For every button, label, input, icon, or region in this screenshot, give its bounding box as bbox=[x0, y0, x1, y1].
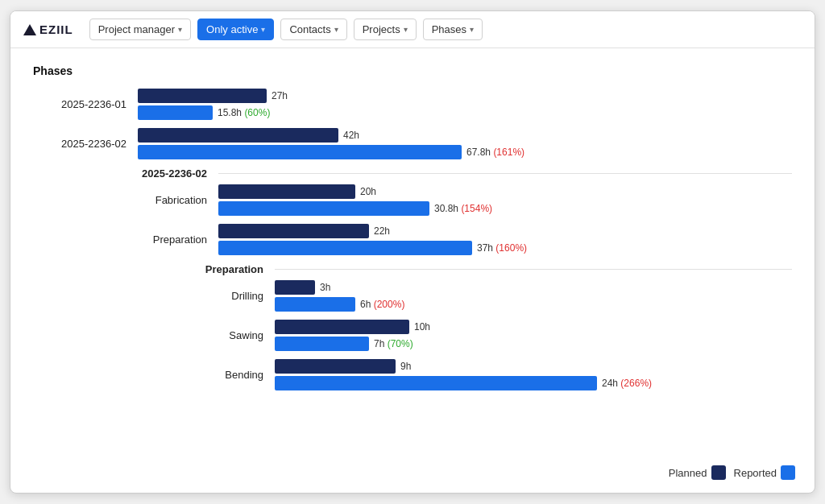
chevron-down-icon: ▾ bbox=[178, 25, 182, 34]
row-label: 2025-2236-01 bbox=[33, 98, 138, 110]
logo: EZIIL bbox=[23, 23, 73, 36]
reported-label: 24h (266%) bbox=[602, 378, 652, 389]
table-row: Sawing 10h 7h (70%) bbox=[33, 320, 792, 351]
bar-line-planned: 27h bbox=[138, 89, 792, 103]
group-header: Preparation bbox=[33, 263, 792, 275]
planned-label: 27h bbox=[272, 90, 288, 101]
planned-label: 42h bbox=[343, 130, 359, 141]
group-label: 2025-2236-02 bbox=[33, 167, 218, 180]
planned-label: 20h bbox=[360, 186, 376, 197]
table-row: Fabrication 20h 30.8h (154%) bbox=[33, 184, 792, 216]
chevron-down-icon: ▾ bbox=[404, 25, 408, 34]
planned-label: 3h bbox=[320, 282, 330, 293]
bar-line-reported: 30.8h (154%) bbox=[218, 201, 792, 216]
planned-bar bbox=[218, 184, 355, 199]
bar-line-reported: 6h (200%) bbox=[275, 297, 792, 312]
group-header: 2025-2236-02 bbox=[33, 167, 792, 180]
planned-bar bbox=[275, 320, 409, 334]
table-row: 2025-2236-02 42h 67.8h (161%) bbox=[33, 128, 792, 159]
planned-legend-box bbox=[711, 465, 726, 480]
table-row: Bending 9h 24h (266%) bbox=[33, 359, 792, 390]
planned-label: 9h bbox=[400, 361, 411, 372]
reported-label: 37h (160%) bbox=[477, 242, 527, 254]
chart-area: 2025-2236-01 27h 15.8h (60%) 2025-2236-0… bbox=[33, 89, 792, 399]
logo-icon bbox=[23, 24, 36, 35]
logo-text: EZIIL bbox=[39, 23, 73, 36]
bars-container: 9h 24h (266%) bbox=[275, 359, 792, 390]
bar-line-planned: 22h bbox=[218, 224, 792, 238]
nav-only-active[interactable]: Only active ▾ bbox=[197, 19, 274, 40]
bars-container: 22h 37h (160%) bbox=[218, 224, 792, 255]
chevron-down-icon: ▾ bbox=[261, 25, 265, 34]
content-area: Phases 2025-2236-01 27h 15.8h (60%) bbox=[10, 48, 815, 493]
reported-bar bbox=[275, 297, 355, 312]
chevron-down-icon: ▾ bbox=[334, 25, 338, 34]
row-label: Bending bbox=[33, 369, 275, 381]
row-label: Fabrication bbox=[33, 194, 218, 206]
planned-bar bbox=[275, 280, 315, 295]
table-row: Preparation 22h 37h (160%) bbox=[33, 224, 792, 255]
planned-legend-label: Planned bbox=[669, 467, 707, 479]
reported-bar bbox=[275, 337, 369, 351]
bar-line-reported: 15.8h (60%) bbox=[138, 105, 792, 120]
planned-bar bbox=[138, 89, 267, 103]
bar-line-reported: 7h (70%) bbox=[275, 337, 792, 351]
row-label: Sawing bbox=[33, 329, 275, 341]
row-label: 2025-2236-02 bbox=[33, 138, 138, 150]
bar-line-planned: 42h bbox=[138, 128, 792, 143]
nav-project-manager[interactable]: Project manager ▾ bbox=[89, 19, 191, 40]
planned-label: 22h bbox=[374, 225, 390, 237]
navbar: EZIIL Project manager ▾ Only active ▾ Co… bbox=[10, 11, 815, 48]
reported-bar bbox=[138, 105, 213, 120]
bars-container: 27h 15.8h (60%) bbox=[138, 89, 792, 120]
chevron-down-icon: ▾ bbox=[470, 25, 474, 34]
reported-label: 67.8h (161%) bbox=[466, 147, 524, 158]
legend-reported: Reported bbox=[734, 465, 795, 480]
bars-container: 10h 7h (70%) bbox=[275, 320, 792, 351]
legend-planned: Planned bbox=[669, 465, 726, 480]
planned-bar bbox=[138, 128, 338, 143]
planned-bar bbox=[218, 224, 369, 238]
group-label: Preparation bbox=[33, 263, 275, 275]
bar-line-planned: 9h bbox=[275, 359, 792, 374]
reported-label: 15.8h (60%) bbox=[218, 107, 270, 118]
bar-line-reported: 37h (160%) bbox=[218, 241, 792, 255]
reported-label: 30.8h (154%) bbox=[434, 203, 492, 214]
reported-legend-label: Reported bbox=[734, 467, 777, 479]
row-label: Drilling bbox=[33, 290, 275, 302]
planned-label: 10h bbox=[414, 321, 430, 333]
bars-container: 42h 67.8h (161%) bbox=[138, 128, 792, 159]
planned-bar bbox=[275, 359, 396, 374]
nav-phases[interactable]: Phases ▾ bbox=[423, 19, 483, 40]
table-row: Drilling 3h 6h (200%) bbox=[33, 280, 792, 312]
section-title: Phases bbox=[33, 64, 792, 77]
legend: Planned Reported bbox=[669, 465, 795, 480]
reported-label: 6h (200%) bbox=[360, 299, 404, 310]
table-row: 2025-2236-01 27h 15.8h (60%) bbox=[33, 89, 792, 120]
nav-contacts[interactable]: Contacts ▾ bbox=[280, 19, 346, 40]
reported-legend-box bbox=[781, 465, 795, 480]
bar-line-reported: 67.8h (161%) bbox=[138, 145, 792, 159]
bars-container: 3h 6h (200%) bbox=[275, 280, 792, 312]
bar-line-planned: 3h bbox=[275, 280, 792, 295]
nav-projects[interactable]: Projects ▾ bbox=[354, 19, 417, 40]
reported-label: 7h (70%) bbox=[374, 338, 413, 349]
reported-bar bbox=[275, 376, 597, 390]
reported-bar bbox=[218, 201, 429, 216]
bar-line-planned: 10h bbox=[275, 320, 792, 334]
reported-bar bbox=[138, 145, 462, 159]
main-window: EZIIL Project manager ▾ Only active ▾ Co… bbox=[10, 10, 815, 494]
reported-bar bbox=[218, 241, 472, 255]
bars-container: 20h 30.8h (154%) bbox=[218, 184, 792, 216]
bar-line-reported: 24h (266%) bbox=[275, 376, 792, 390]
row-label: Preparation bbox=[33, 233, 218, 246]
bar-line-planned: 20h bbox=[218, 184, 792, 199]
